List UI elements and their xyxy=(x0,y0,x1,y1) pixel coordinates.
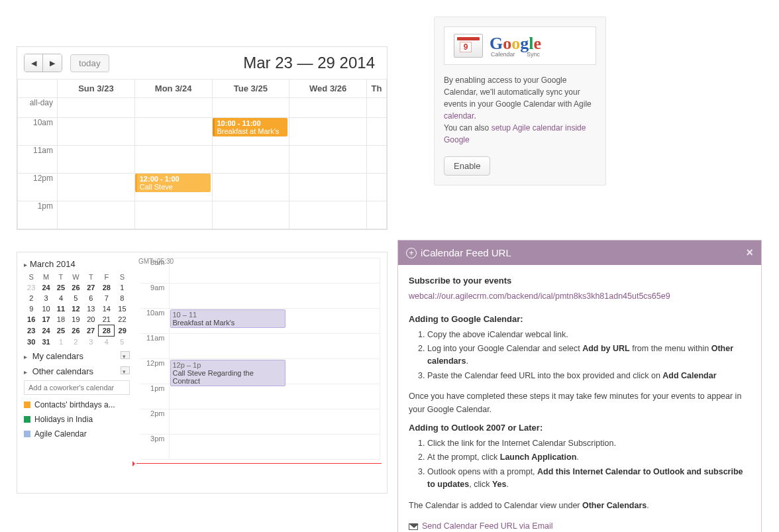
sync-description: By enabling access to your Google Calend… xyxy=(444,74,596,146)
prev-week-button[interactable]: ◀ xyxy=(25,54,43,72)
today-button[interactable]: today xyxy=(70,54,109,72)
section-menu-icon[interactable] xyxy=(121,366,130,374)
step-item: Log into your Google Calendar and select… xyxy=(427,343,751,368)
hour-slot[interactable] xyxy=(169,409,380,435)
mini-day[interactable]: 3 xyxy=(83,337,99,348)
mini-day[interactable]: 6 xyxy=(83,293,99,303)
mini-day[interactable]: 18 xyxy=(54,314,68,325)
dow-label: S xyxy=(115,272,130,282)
event-time: 12:00 - 1:00 xyxy=(140,175,208,183)
mini-day[interactable]: 30 xyxy=(24,337,38,348)
mini-day[interactable]: 28 xyxy=(99,282,115,293)
webcal-url[interactable]: webcal://our.agilecrm.com/backend/ical/p… xyxy=(409,290,751,303)
mini-day[interactable]: 5 xyxy=(115,337,130,348)
mini-day[interactable]: 31 xyxy=(38,337,53,348)
mail-icon xyxy=(409,523,418,530)
section-menu-icon[interactable] xyxy=(121,351,130,359)
hour-slot[interactable]: 10 – 11Breakfast at Mark's xyxy=(169,309,380,334)
next-week-button[interactable]: ▶ xyxy=(43,54,62,72)
day-header: Wed 3/26 xyxy=(289,80,367,98)
mini-day[interactable]: 24 xyxy=(38,282,53,293)
day-header: Sun 3/23 xyxy=(58,80,135,98)
logo-sub-right: Sync xyxy=(527,51,540,58)
week-toolbar: ◀ ▶ today Mar 23 — 29 2014 xyxy=(17,47,387,79)
hour-slot[interactable] xyxy=(169,334,380,359)
mini-day[interactable]: 26 xyxy=(68,282,83,293)
mini-day[interactable]: 14 xyxy=(99,303,115,314)
google-logo-box: Google Calendar Sync xyxy=(444,27,596,65)
mini-day[interactable]: 10 xyxy=(38,303,53,314)
mini-day[interactable]: 1 xyxy=(115,282,130,293)
link-label: Send Calendar Feed URL via Email xyxy=(422,520,553,532)
mini-day[interactable]: 2 xyxy=(68,337,83,348)
event-breakfast[interactable]: 10:00 - 11:00 Breakfast at Mark's xyxy=(213,118,288,136)
mini-day[interactable]: 24 xyxy=(38,325,53,337)
subscribe-heading: Subscribe to your events xyxy=(409,274,751,288)
mini-day[interactable]: 4 xyxy=(99,337,115,348)
hour-slot[interactable] xyxy=(169,258,380,284)
mini-day[interactable]: 13 xyxy=(83,303,99,314)
mini-day[interactable]: 23 xyxy=(24,325,38,337)
mini-day[interactable]: 8 xyxy=(115,293,130,303)
mini-day[interactable]: 21 xyxy=(99,314,115,325)
mini-day[interactable]: 28 xyxy=(99,325,115,337)
mini-day[interactable]: 7 xyxy=(99,293,115,303)
dow-label: T xyxy=(83,272,99,282)
mini-day[interactable]: 27 xyxy=(83,282,99,293)
mini-day[interactable]: 4 xyxy=(54,293,68,303)
hour-label: 1pm xyxy=(18,201,58,229)
hour-label: 1pm xyxy=(140,384,169,409)
mini-day[interactable]: 5 xyxy=(68,293,83,303)
event-call[interactable]: 12p – 1pCall Steve Regarding the Contrac… xyxy=(170,360,286,386)
mini-day[interactable]: 27 xyxy=(83,325,99,337)
mini-month-title[interactable]: March 2014 xyxy=(24,258,130,272)
hour-label: 11am xyxy=(18,146,58,174)
day-header: Th xyxy=(367,80,387,98)
calendar-color-swatch xyxy=(24,431,30,437)
my-calendars-section[interactable]: My calendars xyxy=(24,347,130,362)
calendar-color-swatch xyxy=(24,401,30,408)
calendar-item[interactable]: Holidays in India xyxy=(24,412,130,427)
mini-day[interactable]: 26 xyxy=(68,325,83,337)
mini-day[interactable]: 16 xyxy=(24,314,38,325)
hour-label: 2pm xyxy=(140,409,169,435)
mini-day[interactable]: 15 xyxy=(115,303,130,314)
calendar-item[interactable]: Contacts' birthdays a... xyxy=(24,398,130,412)
ical-feed-panel: + iCalendar Feed URL × Subscribe to your… xyxy=(397,240,762,532)
calendar-link[interactable]: calendar xyxy=(444,111,474,121)
mini-day[interactable]: 25 xyxy=(54,282,68,293)
mini-day[interactable]: 25 xyxy=(54,325,68,337)
mini-day[interactable]: 2 xyxy=(24,293,38,303)
enable-button[interactable]: Enable xyxy=(444,156,490,176)
outlook-steps-heading: Adding to Outlook 2007 or Later: xyxy=(409,421,751,435)
hour-slot[interactable] xyxy=(169,435,380,460)
dow-label: W xyxy=(68,272,83,282)
gcal-day-grid: GMT+05:30 8am9am10am10 – 11Breakfast at … xyxy=(140,258,380,488)
mini-day[interactable]: 22 xyxy=(115,314,130,325)
close-icon[interactable]: × xyxy=(746,246,753,260)
mini-day[interactable]: 29 xyxy=(115,325,130,337)
mini-day[interactable]: 3 xyxy=(38,293,53,303)
step-item: Outlook opens with a prompt, Add this In… xyxy=(427,466,751,492)
hour-slot[interactable] xyxy=(169,384,380,409)
mini-day[interactable]: 23 xyxy=(24,282,38,293)
other-calendars-section[interactable]: Other calendars xyxy=(24,362,130,378)
event-breakfast[interactable]: 10 – 11Breakfast at Mark's xyxy=(170,309,286,328)
send-feed-email-link[interactable]: Send Calendar Feed URL via Email xyxy=(409,520,553,532)
mini-day[interactable]: 20 xyxy=(83,314,99,325)
add-coworker-input[interactable] xyxy=(24,380,130,395)
hour-slot[interactable]: 12p – 1pCall Steve Regarding the Contrac… xyxy=(169,359,380,384)
mini-day[interactable]: 19 xyxy=(68,314,83,325)
hour-slot[interactable] xyxy=(169,284,380,309)
mini-day[interactable]: 12 xyxy=(68,303,83,314)
chevron-left-icon: ◀ xyxy=(31,59,36,68)
mini-day[interactable]: 11 xyxy=(54,303,68,314)
mini-day[interactable]: 1 xyxy=(54,337,68,348)
google-calendar-ui: March 2014 SMTWTFS 232425262728123456789… xyxy=(17,252,388,494)
mini-day[interactable]: 17 xyxy=(38,314,53,325)
google-sync-card: Google Calendar Sync By enabling access … xyxy=(434,17,606,186)
event-call[interactable]: 12:00 - 1:00 Call Steve xyxy=(135,174,211,192)
mini-day[interactable]: 9 xyxy=(24,303,38,314)
event-time: 10:00 - 11:00 xyxy=(217,119,286,127)
calendar-item[interactable]: Agile Calendar xyxy=(24,427,130,441)
